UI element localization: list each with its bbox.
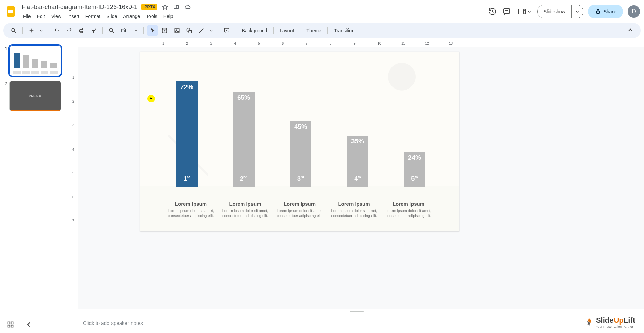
- collapse-filmstrip-icon[interactable]: [24, 320, 33, 329]
- bottom-left-controls: [6, 320, 33, 329]
- bar-value: 24%: [408, 152, 421, 161]
- collapse-toolbar-icon[interactable]: [625, 25, 636, 36]
- svg-rect-9: [92, 28, 95, 30]
- redo-icon[interactable]: [64, 25, 75, 36]
- menu-view[interactable]: View: [48, 12, 64, 20]
- bar-caption[interactable]: Lorem IpsumLorem ipsum dolor sit amet, c…: [273, 201, 327, 218]
- caption-desc: Lorem ipsum dolor sit amet, consectetuer…: [381, 208, 436, 218]
- notes-resize-handle[interactable]: [350, 311, 364, 312]
- bar[interactable]: 72%1st: [176, 81, 198, 187]
- transition-button[interactable]: Transition: [331, 25, 357, 36]
- slide[interactable]: 72%1st65%2nd45%3rd35%4th24%5th Lorem Ips…: [140, 52, 459, 231]
- meet-button[interactable]: [516, 6, 532, 17]
- ruler-vertical[interactable]: 1234567: [69, 47, 78, 309]
- ruler-tick: 2: [186, 42, 188, 45]
- layout-button[interactable]: Layout: [277, 25, 297, 36]
- new-slide-button[interactable]: [26, 25, 37, 36]
- slide-editor: 12345678910111213 1234567 72%1st65%2nd45…: [69, 41, 644, 333]
- bar[interactable]: 45%3rd: [290, 121, 311, 187]
- slideshow-button[interactable]: Slideshow: [538, 5, 571, 18]
- document-title[interactable]: Flat-bar-chart-diagram-Item-ID-126-16x9-…: [20, 3, 139, 12]
- filmstrip[interactable]: 1 2 SlideUpLift: [0, 41, 69, 333]
- bar-column[interactable]: 72%1st: [176, 81, 198, 187]
- image-icon[interactable]: [172, 25, 182, 36]
- app-header: Flat-bar-chart-diagram-Item-ID-126-16x9-…: [0, 0, 644, 21]
- account-avatar[interactable]: D: [628, 5, 640, 18]
- workspace: 1 2 SlideUpLift 12345678910111213 123456…: [0, 41, 644, 333]
- menu-format[interactable]: Format: [83, 12, 103, 20]
- line-dropdown[interactable]: [208, 25, 214, 36]
- bar[interactable]: 65%2nd: [233, 92, 255, 187]
- theme-button[interactable]: Theme: [304, 25, 324, 36]
- select-tool-icon[interactable]: [147, 25, 158, 36]
- share-button[interactable]: Share: [588, 5, 623, 18]
- zoom-select[interactable]: Fit: [118, 25, 140, 36]
- ruler-tick: 7: [306, 42, 308, 45]
- svg-rect-2: [504, 9, 510, 13]
- ruler-tick: 10: [378, 42, 381, 45]
- bar-caption[interactable]: Lorem IpsumLorem ipsum dolor sit amet, c…: [164, 201, 218, 218]
- ruler-tick: 8: [330, 42, 332, 45]
- pptx-badge: .PPTX: [141, 4, 157, 10]
- print-icon[interactable]: [76, 25, 87, 36]
- bar-column[interactable]: 24%5th: [404, 152, 425, 187]
- paint-format-icon[interactable]: [88, 25, 99, 36]
- bar-caption[interactable]: Lorem IpsumLorem ipsum dolor sit amet, c…: [327, 201, 381, 218]
- separator: [102, 27, 103, 34]
- bar-column[interactable]: 65%2nd: [233, 92, 255, 187]
- star-icon[interactable]: [162, 4, 168, 10]
- zoom-out-icon[interactable]: [106, 25, 117, 36]
- history-icon[interactable]: [488, 7, 497, 16]
- mini-bar-chart: [14, 53, 57, 68]
- line-icon[interactable]: [196, 25, 207, 36]
- ruler-tick: 1: [162, 42, 164, 45]
- caption-desc: Lorem ipsum dolor sit amet, consectetuer…: [164, 208, 218, 218]
- thumb-number: 1: [3, 45, 7, 51]
- slide-thumbnail-2[interactable]: SlideUpLift: [9, 81, 61, 111]
- slides-logo[interactable]: [4, 5, 18, 18]
- grid-view-icon[interactable]: [6, 320, 15, 329]
- bar-ordinal: 1st: [184, 175, 190, 187]
- shape-icon[interactable]: [184, 25, 195, 36]
- toolbar: Fit Background Layout Theme Transition: [3, 23, 641, 38]
- menu-arrange[interactable]: Arrange: [120, 12, 143, 20]
- canvas[interactable]: 72%1st65%2nd45%3rd35%4th24%5th Lorem Ips…: [78, 47, 644, 309]
- search-menu-icon[interactable]: [8, 25, 19, 36]
- move-icon[interactable]: [173, 4, 180, 10]
- slideshow-dropdown[interactable]: [571, 5, 583, 18]
- bar-caption[interactable]: Lorem IpsumLorem ipsum dolor sit amet, c…: [381, 201, 436, 218]
- bar-value: 35%: [351, 136, 364, 145]
- ruler-horizontal[interactable]: 12345678910111213: [78, 41, 644, 47]
- ruler-tick: 1: [72, 76, 74, 79]
- menu-slide[interactable]: Slide: [104, 12, 120, 20]
- cursor-highlight: [147, 95, 155, 102]
- bar[interactable]: 35%4th: [347, 136, 368, 187]
- bar-chart[interactable]: 72%1st65%2nd45%3rd35%4th24%5th: [176, 79, 425, 187]
- menu-insert[interactable]: Insert: [65, 12, 82, 20]
- bar-column[interactable]: 45%3rd: [290, 121, 311, 187]
- ruler-tick: 5: [72, 171, 74, 175]
- svg-rect-23: [8, 325, 10, 327]
- watermark-icon: [584, 317, 594, 327]
- speaker-notes[interactable]: Click to add speaker notes: [78, 313, 644, 333]
- bar-caption[interactable]: Lorem IpsumLorem ipsum dolor sit amet, c…: [218, 201, 273, 218]
- comment-add-icon[interactable]: [221, 25, 232, 36]
- background-button[interactable]: Background: [239, 25, 270, 36]
- undo-icon[interactable]: [52, 25, 62, 36]
- bar[interactable]: 24%5th: [404, 152, 425, 187]
- caption-title: Lorem Ipsum: [218, 201, 273, 207]
- bar-column[interactable]: 35%4th: [347, 136, 368, 187]
- menu-edit[interactable]: Edit: [34, 12, 48, 20]
- svg-point-15: [166, 32, 167, 32]
- separator: [273, 27, 274, 34]
- slide-thumbnail-1[interactable]: [9, 45, 61, 76]
- textbox-icon[interactable]: [159, 25, 170, 36]
- bar-labels[interactable]: Lorem IpsumLorem ipsum dolor sit amet, c…: [164, 201, 436, 218]
- menu-tools[interactable]: Tools: [143, 12, 160, 20]
- menu-help[interactable]: Help: [161, 12, 176, 20]
- comments-icon[interactable]: [502, 7, 511, 16]
- cloud-icon[interactable]: [184, 4, 191, 10]
- svg-rect-1: [8, 10, 13, 13]
- new-slide-dropdown[interactable]: [38, 25, 44, 36]
- menu-file[interactable]: File: [20, 12, 34, 20]
